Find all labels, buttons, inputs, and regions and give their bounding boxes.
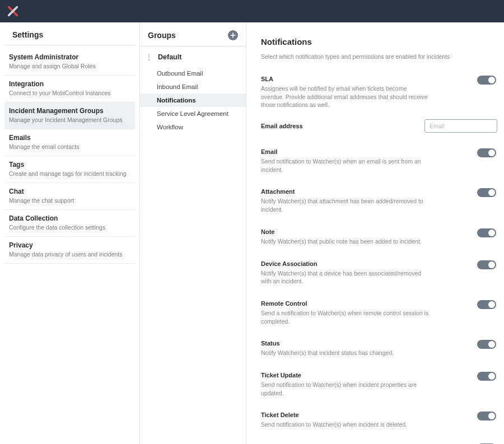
notif-title: Ticket Update (261, 372, 429, 378)
nav-item-title: Tags (9, 161, 130, 169)
nav-item-desc: Create and manage tags for incident trac… (9, 170, 130, 177)
nav-item-incident-management-groups[interactable]: Incident Management Groups Manage your I… (4, 102, 135, 129)
groups-header: Groups (140, 28, 246, 46)
notif-desc: Send a notification to Watcher(s) when r… (261, 309, 429, 325)
notif-desc: Assignees will be notified by email when… (261, 85, 429, 109)
nav-item-chat[interactable]: Chat Manage the chat support (4, 183, 135, 210)
toggle-remote-control[interactable] (477, 300, 496, 309)
nav-item-desc: Manage your Incident Management Groups (9, 116, 130, 123)
subitem-inbound-email[interactable]: Inbound Email (140, 80, 246, 94)
notif-row-sla: SLA Assignees will be notified by email … (261, 76, 500, 109)
app-logo-icon (7, 5, 19, 17)
toggle-sla[interactable] (477, 76, 496, 85)
notif-title: Ticket Delete (261, 412, 407, 418)
nav-item-desc: Manage data privacy of users and inciden… (9, 251, 130, 258)
notif-row-email: Email Send notification to Watcher(s) wh… (261, 148, 500, 174)
groups-panel: Groups ⋮ Default Outbound Email Inbound … (140, 22, 246, 444)
notif-row-note: Note Notify Watcher(s) that public note … (261, 228, 500, 246)
nav-item-desc: Manage and assign Global Roles (9, 63, 130, 69)
plus-icon (230, 32, 236, 38)
notif-row-ticket-update: Ticket Update Send notification to Watch… (261, 372, 500, 397)
notif-row-attachment: Attachment Notify Watcher(s) that attach… (261, 188, 500, 213)
email-address-row: Email address (261, 119, 500, 133)
notif-title: Device Association (261, 260, 429, 267)
notif-desc: Notify Watcher(s) that a device has been… (261, 269, 429, 286)
nav-item-tags[interactable]: Tags Create and manage tags for incident… (4, 156, 135, 183)
notif-title: Remote Control (261, 300, 429, 307)
toggle-note[interactable] (477, 228, 496, 237)
nav-item-title: System Administrator (9, 53, 130, 61)
group-name-label: Default (158, 53, 181, 61)
nav-item-title: Integration (9, 80, 130, 88)
groups-heading: Groups (148, 31, 176, 40)
nav-item-desc: Manage the chat support (9, 197, 130, 204)
notif-desc: Send notification to Watcher(s) when an … (261, 157, 429, 174)
settings-nav-list: System Administrator Manage and assign G… (0, 45, 139, 267)
nav-item-data-collection[interactable]: Data Collection Configure the data colle… (4, 210, 135, 237)
notif-title: SLA (261, 76, 429, 82)
notif-title: Email (261, 148, 429, 155)
page-description: Select which notification types and perm… (261, 53, 500, 60)
nav-item-title: Chat (9, 188, 130, 195)
notif-desc: Notify Watcher(s) that public note has b… (261, 237, 422, 246)
nav-item-desc: Configure the data collection settings (9, 224, 130, 231)
notif-row-ticket-delete: Ticket Delete Send notification to Watch… (261, 412, 500, 429)
nav-item-privacy[interactable]: Privacy Manage data privacy of users and… (4, 237, 135, 264)
top-bar (0, 0, 504, 22)
subitem-sla[interactable]: Service Level Agreement (140, 107, 246, 120)
notif-title: Note (261, 228, 422, 235)
nav-item-integration[interactable]: Integration Connect to your MobiControl … (4, 76, 135, 102)
subitem-outbound-email[interactable]: Outbound Email (140, 67, 246, 80)
notif-title: Attachment (261, 188, 429, 195)
notif-desc: Send notification to Watcher(s) when inc… (261, 420, 407, 429)
toggle-device-association[interactable] (477, 260, 496, 269)
settings-heading: Settings (4, 22, 135, 45)
settings-sidebar: Settings System Administrator Manage and… (0, 22, 140, 444)
notif-desc: Send notification to Watcher(s) when inc… (261, 381, 429, 397)
notif-desc: Notify Watcher(s) that attachment has be… (261, 197, 429, 213)
toggle-email[interactable] (477, 148, 496, 157)
nav-item-desc: Connect to your MobiControl Instances (9, 90, 130, 96)
toggle-ticket-delete[interactable] (477, 412, 496, 420)
main-content: Notifications Select which notification … (246, 22, 504, 444)
nav-item-title: Privacy (9, 241, 130, 249)
email-input[interactable] (424, 119, 497, 133)
nav-item-title: Emails (9, 134, 130, 142)
notif-row-device-association: Device Association Notify Watcher(s) tha… (261, 260, 500, 286)
group-row-default[interactable]: ⋮ Default (140, 50, 246, 64)
subitem-notifications[interactable]: Notifications (140, 94, 246, 107)
notif-row-status: Status Notify Watcher(s) that incident s… (261, 340, 500, 357)
nav-item-desc: Manage the email contacts (9, 143, 130, 150)
nav-item-title: Data Collection (9, 214, 130, 222)
toggle-ticket-update[interactable] (477, 372, 496, 381)
email-label: Email address (261, 123, 303, 129)
nav-item-emails[interactable]: Emails Manage the email contacts (4, 129, 135, 156)
notif-title: Status (261, 340, 394, 347)
subitem-workflow[interactable]: Workflow (140, 120, 246, 134)
notif-row-remote-control: Remote Control Send a notification to Wa… (261, 300, 500, 325)
nav-item-system-administrator[interactable]: System Administrator Manage and assign G… (4, 49, 135, 76)
toggle-attachment[interactable] (477, 188, 496, 197)
group-subitems: Outbound Email Inbound Email Notificatio… (140, 64, 246, 136)
notif-desc: Notify Watcher(s) that incident status h… (261, 349, 394, 357)
nav-item-title: Incident Management Groups (9, 107, 130, 115)
add-group-button[interactable] (228, 30, 238, 40)
page-title: Notifications (261, 37, 500, 46)
toggle-status[interactable] (477, 340, 496, 349)
more-menu-icon[interactable]: ⋮ (146, 53, 152, 61)
